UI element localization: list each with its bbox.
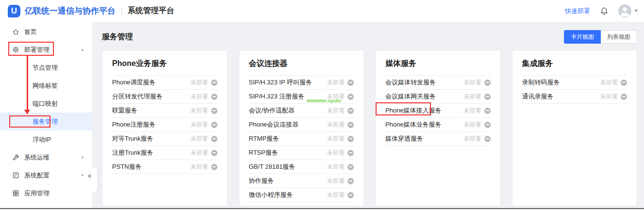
brand-title: 亿联统一通信与协作平台 (25, 5, 116, 16)
service-status-label: 未部署 (464, 93, 481, 101)
service-name: 协作服务 (249, 177, 274, 185)
service-status-label: 未部署 (600, 79, 618, 87)
card-title: 会议连接器 (249, 50, 354, 76)
service-row[interactable]: Phone媒体业务服务 未部署 (385, 118, 491, 132)
sidebar-item-deploy[interactable]: 部署管理 ▲ (0, 41, 92, 59)
notification-bell-icon[interactable] (600, 7, 609, 16)
sidebar-item-home[interactable]: 首页 (0, 23, 92, 41)
service-row[interactable]: SIP/H.323 IP 呼叫服务 未部署 (249, 76, 354, 90)
status-not-deployed-icon (347, 192, 354, 198)
card-conference-connectors: 会议连接器 00000000-Apollo SIP/H.323 IP 呼叫服务 … (239, 50, 364, 206)
service-status-label: 未部署 (464, 79, 481, 87)
service-row[interactable]: 会议媒体转发服务 未部署 (385, 76, 491, 90)
user-avatar[interactable] (618, 4, 631, 17)
app-window: U 亿联统一通信与协作平台 系统管理平台 快速部署 (0, 0, 644, 210)
service-name: 注册Trunk服务 (112, 148, 153, 157)
status-not-deployed-icon (621, 94, 627, 100)
status-not-deployed-icon (347, 94, 354, 100)
service-row[interactable]: 分区转发代理服务 未部署 (112, 90, 217, 104)
sidebar-item-system-config[interactable]: 系统配置 ▼ (0, 166, 92, 184)
service-name: Phone会议连接器 (249, 120, 299, 129)
chevron-down-icon: ▼ (81, 173, 84, 177)
service-row[interactable]: Phone注册服务 未部署 (112, 118, 217, 132)
app-grid-icon (12, 190, 19, 197)
sidebar-item-label: 浮动IP (33, 135, 51, 144)
service-status-label: 未部署 (327, 191, 345, 199)
service-status-label: 未部署 (327, 149, 345, 157)
card-title: 媒体服务 (385, 50, 491, 76)
service-row[interactable]: RTMP服务 未部署 (249, 132, 354, 146)
sidebar-collapse-handle[interactable] (91, 167, 98, 193)
sidebar-item-service-mgmt[interactable]: 服务管理 (0, 113, 92, 130)
gear-icon (12, 46, 19, 54)
service-row[interactable]: 会议媒体网关服务 未部署 (385, 90, 491, 104)
sidebar-item-system-ops[interactable]: 系统运维 ▼ (0, 148, 92, 166)
status-not-deployed-icon (347, 178, 354, 184)
service-status-label: 未部署 (191, 79, 208, 87)
card-title: 集成服务 (522, 50, 627, 76)
service-row[interactable]: 媒体穿透服务 未部署 (385, 132, 491, 146)
service-name: SIP/H.323 注册服务 (249, 92, 305, 101)
service-row[interactable]: 对等Trunk服务 未部署 (112, 132, 217, 146)
service-row[interactable]: 会议/协作适配器 未部署 (249, 104, 354, 118)
service-status-label: 未部署 (191, 163, 208, 171)
wrench-icon (12, 154, 19, 162)
sidebar-item-label: 首页 (24, 28, 37, 36)
header-divider (121, 7, 122, 16)
service-name: 对等Trunk服务 (112, 134, 153, 143)
service-name: 会议/协作适配器 (249, 106, 295, 115)
service-row[interactable]: 通讯录服务 未部署 (522, 90, 627, 104)
service-row[interactable]: GB/T 28181服务 未部署 (249, 160, 354, 174)
sidebar-item-app-mgmt[interactable]: 应用管理 (0, 184, 92, 202)
service-row[interactable]: 协作服务 未部署 (249, 174, 354, 188)
status-not-deployed-icon (484, 122, 491, 128)
sidebar-item-port-mapping[interactable]: 端口映射 (0, 95, 92, 113)
service-row[interactable]: 联盟服务 未部署 (112, 104, 217, 118)
sidebar-item-label: 应用管理 (24, 189, 50, 198)
service-row[interactable]: Phone会议连接器 未部署 (249, 118, 354, 132)
service-status-label: 未部署 (191, 149, 208, 157)
status-not-deployed-icon (211, 80, 217, 86)
product-title: 系统管理平台 (128, 6, 174, 16)
service-name: PSTN服务 (112, 162, 142, 171)
chevron-down-icon: ▼ (81, 155, 84, 159)
service-status-label: 未部署 (327, 135, 345, 143)
list-view-button[interactable]: 列表视图 (601, 30, 637, 44)
status-not-deployed-icon (484, 136, 491, 142)
service-status-label: 未部署 (327, 163, 345, 171)
sidebar-item-node-mgmt[interactable]: 节点管理 (0, 59, 92, 77)
status-not-deployed-icon (211, 164, 217, 170)
service-row[interactable]: PSTN服务 未部署 (112, 160, 217, 174)
service-name: Phone媒体业务服务 (385, 120, 442, 129)
service-status-label: 未部署 (464, 121, 481, 129)
service-status-label: 未部署 (464, 107, 481, 115)
service-status-label: 未部署 (327, 107, 345, 115)
status-not-deployed-icon (211, 108, 217, 114)
service-row[interactable]: Phone媒体接入服务 未部署 (385, 104, 491, 118)
service-row[interactable]: 注册Trunk服务 未部署 (112, 146, 217, 160)
service-name: 分区转发代理服务 (112, 92, 163, 101)
status-not-deployed-icon (211, 94, 217, 100)
status-not-deployed-icon (621, 80, 627, 86)
status-not-deployed-icon (211, 122, 217, 128)
card-view-button[interactable]: 卡片视图 (564, 30, 601, 44)
status-not-deployed-icon (347, 164, 354, 170)
sidebar-item-label: 服务管理 (33, 117, 58, 126)
service-status-label: 未部署 (327, 177, 345, 185)
service-status-label: 未部署 (191, 107, 208, 115)
user-menu[interactable] (618, 4, 638, 17)
settings-doc-icon (12, 172, 19, 179)
service-row[interactable]: Phone调度服务 未部署 (112, 76, 217, 90)
sidebar-nav: 首页 部署管理 ▲ 节点管理 网络标签 端口映 (0, 22, 92, 208)
status-not-deployed-icon (347, 122, 354, 128)
service-row[interactable]: RTSP服务 未部署 (249, 146, 354, 160)
sidebar-item-network-label[interactable]: 网络标签 (0, 77, 92, 95)
quick-deploy-link[interactable]: 快速部署 (565, 7, 590, 16)
window-bottom-edge (0, 208, 644, 209)
service-row[interactable]: 微信小程序服务 未部署 (249, 188, 354, 202)
service-status-label: 未部署 (327, 121, 345, 129)
service-row[interactable]: 录制转码服务 未部署 (522, 76, 627, 90)
main-content: 服务管理 卡片视图 列表视图 Phone业务服务 Phone调度服务 未部署 分… (92, 22, 644, 208)
service-name: RTMP服务 (249, 134, 280, 143)
sidebar-item-floating-ip[interactable]: 浮动IP (0, 130, 92, 148)
